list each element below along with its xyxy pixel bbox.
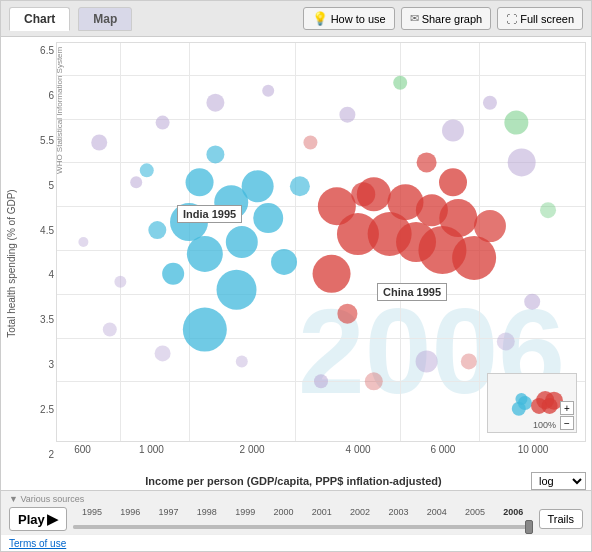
y-tick-4: 4: [48, 269, 54, 280]
tab-chart[interactable]: Chart: [9, 7, 70, 31]
svg-point-23: [170, 203, 208, 241]
svg-point-25: [186, 168, 214, 196]
x-tick-2000: 2 000: [240, 444, 265, 455]
chart-area: Total health spending (% of GDP) 6.5 6 5…: [1, 37, 591, 490]
svg-point-47: [474, 210, 506, 242]
svg-point-46: [351, 182, 375, 206]
svg-point-43: [439, 199, 477, 237]
year-2002[interactable]: 2002: [341, 507, 379, 517]
svg-point-33: [290, 176, 310, 196]
year-2004[interactable]: 2004: [418, 507, 456, 517]
year-2001[interactable]: 2001: [303, 507, 341, 517]
scale-select[interactable]: log linear: [531, 472, 586, 490]
svg-point-10: [524, 294, 540, 310]
zoom-in-button[interactable]: +: [560, 401, 574, 415]
svg-point-49: [337, 304, 357, 324]
y-tick-6: 6: [48, 90, 54, 101]
svg-point-16: [103, 323, 117, 337]
terms-of-use-link[interactable]: Terms of use: [9, 538, 66, 549]
svg-point-30: [148, 221, 166, 239]
x-tick-4000: 4 000: [346, 444, 371, 455]
svg-point-31: [206, 145, 224, 163]
svg-point-45: [439, 168, 467, 196]
y-axis: 6.5 6 5.5 5 4.5 4 3.5 3 2.5 2: [21, 37, 56, 490]
svg-point-12: [416, 350, 438, 372]
x-tick-600: 600: [74, 444, 91, 455]
svg-point-4: [262, 85, 274, 97]
svg-point-18: [78, 237, 88, 247]
full-screen-button[interactable]: ⛶ Full screen: [497, 7, 583, 30]
share-graph-button[interactable]: ✉ Share graph: [401, 7, 492, 30]
top-bar-right: 💡 How to use ✉ Share graph ⛶ Full screen: [303, 7, 583, 30]
y-tick-65: 6.5: [40, 45, 54, 56]
trails-button[interactable]: Trails: [539, 509, 583, 529]
svg-point-20: [217, 270, 257, 310]
x-tick-6000: 6 000: [430, 444, 455, 455]
svg-point-48: [417, 152, 437, 172]
y-axis-label: Total health spending (% of GDP): [6, 114, 17, 414]
year-1998[interactable]: 1998: [188, 507, 226, 517]
mini-map: 100% + −: [487, 373, 577, 433]
svg-point-11: [497, 333, 515, 351]
year-1996[interactable]: 1996: [111, 507, 149, 517]
x-axis-label: Income per person (GDP/capita, PPP$ infl…: [56, 473, 531, 489]
svg-point-8: [483, 96, 497, 110]
svg-point-52: [461, 353, 477, 369]
y-tick-25: 2.5: [40, 404, 54, 415]
year-1995[interactable]: 1995: [73, 507, 111, 517]
slider-thumb[interactable]: [525, 520, 533, 534]
year-2003[interactable]: 2003: [379, 507, 417, 517]
zoom-out-button[interactable]: −: [560, 416, 574, 430]
svg-point-21: [187, 236, 223, 272]
year-2000[interactable]: 2000: [264, 507, 302, 517]
svg-point-51: [365, 372, 383, 390]
svg-point-54: [540, 202, 556, 218]
zoom-controls: + −: [560, 401, 574, 430]
svg-point-32: [140, 163, 154, 177]
year-1997[interactable]: 1997: [149, 507, 187, 517]
footer: Terms of use: [1, 534, 591, 551]
y-tick-55: 5.5: [40, 135, 54, 146]
year-2006[interactable]: 2006: [494, 507, 532, 517]
svg-point-13: [314, 374, 328, 388]
svg-point-29: [162, 263, 184, 285]
plot-area: 2006 WHO Statistical Information System: [56, 42, 586, 442]
svg-point-14: [236, 355, 248, 367]
svg-point-53: [504, 111, 528, 135]
how-to-use-button[interactable]: 💡 How to use: [303, 7, 395, 30]
year-1999[interactable]: 1999: [226, 507, 264, 517]
play-button[interactable]: Play ▶: [9, 507, 67, 531]
sources-row[interactable]: ▼ Various sources: [9, 494, 583, 504]
svg-point-17: [114, 276, 126, 288]
y-tick-2: 2: [48, 449, 54, 460]
main-container: Chart Map 💡 How to use ✉ Share graph ⛶ F…: [0, 0, 592, 552]
svg-point-6: [393, 76, 407, 90]
svg-point-2: [156, 116, 170, 130]
svg-point-15: [155, 345, 171, 361]
slider-track[interactable]: [73, 525, 533, 529]
zoom-percent: 100%: [533, 420, 556, 430]
bottom-bar: ▼ Various sources Play ▶ 1995 1996 1997 …: [1, 490, 591, 534]
svg-point-36: [318, 187, 356, 225]
y-tick-5: 5: [48, 180, 54, 191]
svg-point-7: [442, 120, 464, 142]
svg-point-28: [271, 249, 297, 275]
y-tick-35: 3.5: [40, 314, 54, 325]
svg-point-1: [130, 176, 142, 188]
play-icon: ▶: [47, 511, 58, 527]
svg-point-3: [206, 94, 224, 112]
timeline-row: Play ▶ 1995 1996 1997 1998 1999 2000 200…: [9, 507, 583, 531]
svg-point-5: [339, 107, 355, 123]
svg-point-22: [226, 226, 258, 258]
tab-map[interactable]: Map: [78, 7, 132, 31]
screen-icon: ⛶: [506, 13, 517, 25]
x-axis-row: Income per person (GDP/capita, PPP$ infl…: [56, 472, 586, 490]
mail-icon: ✉: [410, 12, 419, 25]
svg-point-44: [452, 236, 496, 280]
year-2005[interactable]: 2005: [456, 507, 494, 517]
svg-point-57: [515, 393, 527, 405]
year-slider-container: 1995 1996 1997 1998 1999 2000 2001 2002 …: [73, 507, 533, 531]
top-bar: Chart Map 💡 How to use ✉ Share graph ⛶ F…: [1, 1, 591, 37]
year-markers: 1995 1996 1997 1998 1999 2000 2001 2002 …: [73, 507, 533, 517]
svg-point-19: [183, 308, 227, 352]
